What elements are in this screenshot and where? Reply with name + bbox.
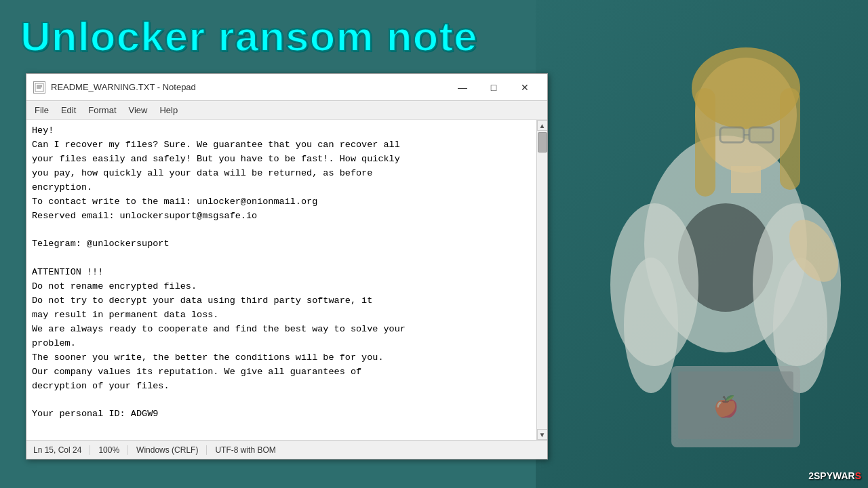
titlebar-controls: — □ ✕ bbox=[447, 77, 540, 98]
scroll-thumb[interactable] bbox=[538, 132, 547, 152]
svg-rect-5 bbox=[731, 166, 761, 193]
titlebar-left: README_WARNING.TXT - Notepad bbox=[33, 81, 196, 94]
menu-file[interactable]: File bbox=[29, 104, 54, 117]
scroll-up-arrow[interactable]: ▲ bbox=[537, 120, 548, 131]
menubar: File Edit Format View Help bbox=[26, 101, 547, 120]
status-encoding: UTF-8 with BOM bbox=[207, 445, 283, 455]
scroll-down-arrow[interactable]: ▼ bbox=[537, 429, 548, 440]
menu-edit[interactable]: Edit bbox=[56, 104, 81, 117]
minimize-button[interactable]: — bbox=[447, 77, 478, 98]
notepad-window: README_WARNING.TXT - Notepad — □ ✕ File … bbox=[26, 73, 548, 460]
person-illustration: 🍎 bbox=[536, 0, 868, 488]
close-button[interactable]: ✕ bbox=[509, 77, 540, 98]
titlebar-title: README_WARNING.TXT - Notepad bbox=[51, 82, 196, 92]
page-title: Unlocker ransom note bbox=[20, 12, 478, 60]
svg-rect-3 bbox=[695, 88, 715, 197]
status-line-ending: Windows (CRLF) bbox=[128, 445, 207, 455]
maximize-button[interactable]: □ bbox=[478, 77, 509, 98]
watermark-suffix: S bbox=[855, 470, 861, 481]
notepad-icon bbox=[33, 81, 45, 94]
status-ln-col: Ln 15, Col 24 bbox=[33, 445, 90, 455]
menu-format[interactable]: Format bbox=[83, 104, 121, 117]
text-area-wrapper: Hey! Can I recover my files? Sure. We gu… bbox=[26, 120, 547, 440]
svg-rect-4 bbox=[780, 88, 800, 190]
svg-text:🍎: 🍎 bbox=[713, 394, 739, 419]
svg-point-9 bbox=[624, 258, 678, 393]
watermark: 2SPYWARS bbox=[808, 470, 861, 481]
menu-help[interactable]: Help bbox=[154, 104, 183, 117]
text-content[interactable]: Hey! Can I recover my files? Sure. We gu… bbox=[26, 120, 536, 440]
svg-rect-18 bbox=[35, 83, 43, 92]
scrollbar[interactable]: ▲ ▼ bbox=[536, 120, 547, 440]
titlebar: README_WARNING.TXT - Notepad — □ ✕ bbox=[26, 74, 547, 101]
statusbar: Ln 15, Col 24 100% Windows (CRLF) UTF-8 … bbox=[26, 440, 547, 459]
status-zoom: 100% bbox=[90, 445, 128, 455]
menu-view[interactable]: View bbox=[123, 104, 153, 117]
